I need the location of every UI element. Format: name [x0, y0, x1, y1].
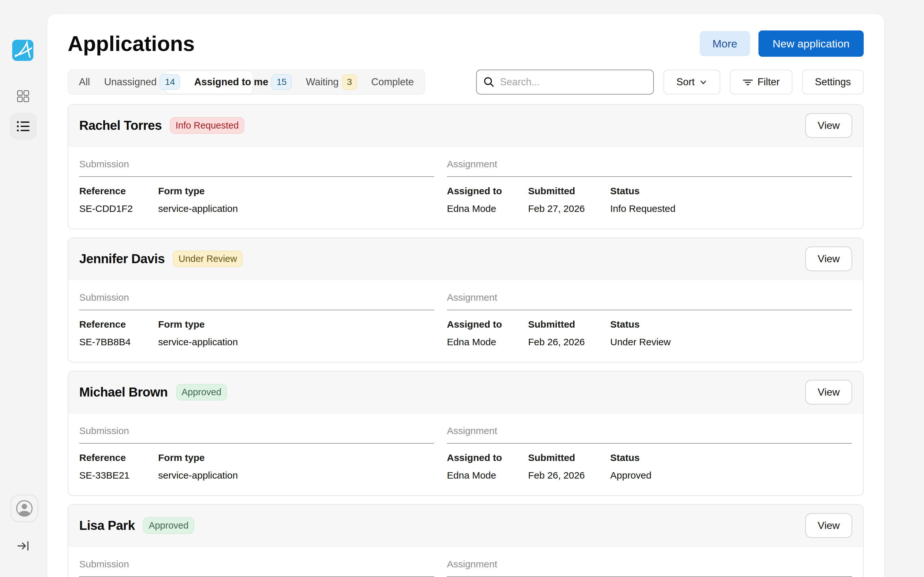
person-icon	[15, 500, 33, 517]
application-card-body: Submission Reference SE-91AC44 Form type…	[68, 546, 863, 577]
submitted-value: Feb 27, 2026	[528, 203, 610, 214]
assignment-section-label: Assignment	[447, 159, 852, 169]
assigned-to-column-header: Assigned to	[447, 452, 528, 463]
submitted-column-header: Submitted	[528, 452, 610, 463]
reference-value: SE-7BB8B4	[79, 337, 158, 348]
tab-count-badge: 14	[160, 74, 180, 90]
application-card-body: Submission Reference SE-7BB8B4 Form type…	[68, 280, 863, 362]
section-divider	[79, 176, 434, 177]
reference-value: SE-33BE21	[79, 470, 158, 481]
app-logo[interactable]	[12, 40, 33, 61]
applicant-name: Michael Brown	[79, 385, 168, 400]
status-column-header: Status	[610, 185, 852, 197]
assignment-section-label: Assignment	[447, 425, 852, 436]
reference-column-header: Reference	[79, 185, 158, 197]
search-input-wrapper	[476, 69, 654, 95]
section-divider	[79, 309, 434, 310]
assigned-to-value: Edna Mode	[447, 203, 528, 214]
applications-list: Rachel Torres Info Requested View Submis…	[68, 104, 864, 577]
reference-value: SE-CDD1F2	[79, 203, 158, 214]
tab-assigned-to-me[interactable]: Assigned to me 15	[194, 74, 292, 90]
form-type-value: service-application	[158, 470, 434, 481]
applicant-name: Rachel Torres	[79, 118, 162, 133]
submitted-value: Feb 26, 2026	[528, 337, 610, 348]
submitted-value: Feb 26, 2026	[528, 470, 610, 481]
status-badge: Under Review	[173, 251, 242, 267]
status-column-header: Status	[610, 319, 852, 330]
status-value: Approved	[610, 470, 852, 481]
assigned-to-value: Edna Mode	[447, 337, 528, 348]
status-badge: Info Requested	[170, 117, 244, 134]
view-button[interactable]: View	[805, 247, 852, 271]
application-card-header: Lisa Park Approved View	[68, 505, 863, 546]
submission-section-label: Submission	[79, 159, 434, 169]
sort-button[interactable]: Sort	[664, 69, 720, 95]
application-card-header: Rachel Torres Info Requested View	[68, 105, 863, 147]
submission-section: Submission Reference SE-33BE21 Form type…	[79, 425, 434, 481]
application-card-header: Jennifer Davis Under Review View	[68, 238, 863, 280]
status-value: Under Review	[610, 337, 852, 348]
list-icon	[17, 120, 30, 132]
tab-complete[interactable]: Complete	[371, 76, 414, 88]
view-button[interactable]: View	[805, 113, 852, 138]
applicant-name: Lisa Park	[79, 518, 135, 533]
applicant-name: Jennifer Davis	[79, 251, 165, 266]
status-badge: Approved	[143, 517, 194, 534]
chevron-down-icon	[699, 78, 708, 86]
dashboard-grid-icon[interactable]	[17, 90, 29, 102]
submission-section: Submission Reference SE-91AC44 Form type…	[79, 559, 434, 577]
sidebar-item-applications-list[interactable]	[10, 113, 37, 140]
status-column-header: Status	[610, 452, 852, 463]
sidebar	[0, 0, 47, 577]
form-type-column-header: Form type	[158, 185, 434, 197]
logo-a-icon	[12, 40, 33, 61]
tab-waiting[interactable]: Waiting 3	[306, 74, 357, 90]
submission-section-label: Submission	[79, 292, 434, 303]
submission-section-label: Submission	[79, 425, 434, 436]
collapse-sidebar-icon[interactable]	[17, 539, 30, 553]
assigned-to-value: Edna Mode	[447, 470, 528, 481]
user-avatar-button[interactable]	[11, 495, 38, 522]
assignment-section: Assignment Assigned to Edna Mode Submitt…	[447, 159, 852, 214]
form-type-column-header: Form type	[158, 319, 434, 330]
tab-bar: All Unassigned 14 Assigned to me 15 Wait…	[68, 69, 425, 95]
assignment-section: Assignment Assigned to Edna Mode Submitt…	[447, 559, 852, 577]
application-card-header: Michael Brown Approved View	[68, 372, 863, 413]
submitted-column-header: Submitted	[528, 185, 610, 197]
tab-unassigned[interactable]: Unassigned 14	[104, 74, 180, 90]
section-divider	[79, 443, 434, 444]
status-value: Info Requested	[610, 203, 852, 214]
search-icon	[483, 76, 495, 88]
search-input[interactable]	[500, 76, 647, 88]
application-card-body: Submission Reference SE-33BE21 Form type…	[68, 413, 863, 495]
application-card: Michael Brown Approved View Submission R…	[68, 371, 864, 496]
submitted-column-header: Submitted	[528, 319, 610, 330]
form-type-column-header: Form type	[158, 452, 434, 463]
filter-button[interactable]: Filter	[730, 69, 792, 95]
assigned-to-column-header: Assigned to	[447, 185, 528, 197]
section-divider	[447, 309, 852, 310]
assignment-section: Assignment Assigned to Edna Mode Submitt…	[447, 425, 852, 481]
main-panel: Applications More New application All Un…	[47, 13, 885, 577]
reference-column-header: Reference	[79, 452, 158, 463]
application-card: Lisa Park Approved View Submission Refer…	[68, 504, 864, 577]
tab-count-badge: 3	[342, 74, 357, 90]
assignment-section-label: Assignment	[447, 292, 852, 303]
tab-all[interactable]: All	[79, 76, 90, 88]
form-type-value: service-application	[158, 337, 434, 348]
section-divider	[447, 443, 852, 444]
assigned-to-column-header: Assigned to	[447, 319, 528, 330]
application-card: Jennifer Davis Under Review View Submiss…	[68, 237, 864, 363]
application-card-body: Submission Reference SE-CDD1F2 Form type…	[68, 147, 863, 229]
submission-section: Submission Reference SE-7BB8B4 Form type…	[79, 292, 434, 348]
assignment-section: Assignment Assigned to Edna Mode Submitt…	[447, 292, 852, 348]
page-title: Applications	[68, 31, 195, 56]
view-button[interactable]: View	[805, 380, 852, 405]
reference-column-header: Reference	[79, 319, 158, 330]
filter-icon	[743, 77, 753, 87]
settings-button[interactable]: Settings	[802, 69, 864, 95]
view-button[interactable]: View	[805, 513, 852, 538]
more-button[interactable]: More	[700, 31, 750, 56]
new-application-button[interactable]: New application	[758, 31, 864, 57]
status-badge: Approved	[176, 384, 227, 400]
